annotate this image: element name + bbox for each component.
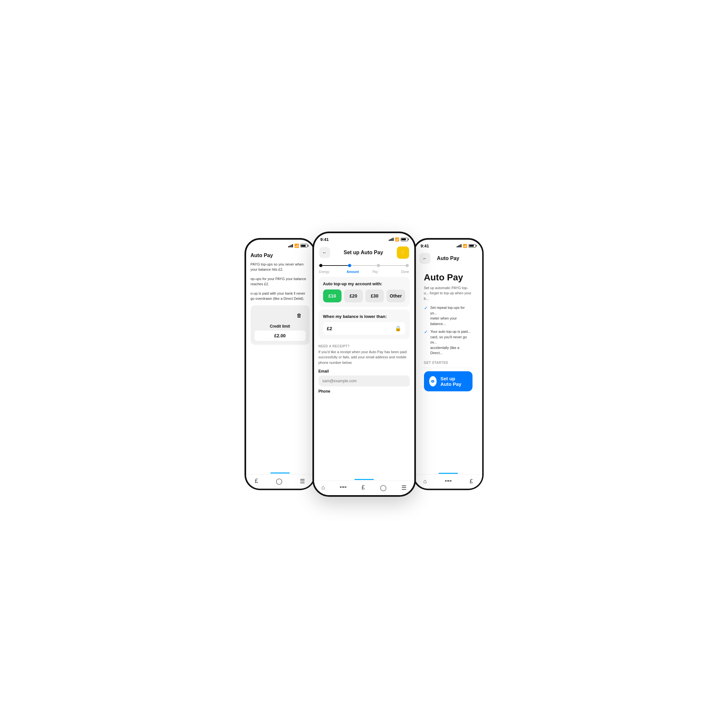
- right-description: Set up automatic PAYG top-u... forget to…: [424, 285, 473, 301]
- divider: [424, 368, 473, 368]
- lightning-icon: ⚡: [399, 249, 407, 256]
- left-desc-2: op-ups for your PAYG your balance reache…: [251, 276, 309, 287]
- checkmark-icon-2: ✓: [424, 329, 428, 334]
- amount-grid: £10 £20 £30 Other: [323, 289, 405, 302]
- nav-item-activity-right[interactable]: [445, 479, 451, 484]
- pay-icon-center: £: [362, 484, 365, 491]
- trash-icon: 🗑: [297, 313, 302, 318]
- pay-icon-right: £: [470, 478, 473, 485]
- center-header-title: Set up Auto Pay: [343, 250, 383, 255]
- left-desc-3: o-up is paid with your bank ll never go …: [251, 291, 309, 301]
- scroll-content: Auto top-up my account with: £10 £20 £30…: [314, 274, 414, 479]
- wifi-icon-center: 📶: [395, 237, 399, 242]
- home-icon-right: ⌂: [423, 478, 427, 485]
- status-bar-center: 9:41 📶: [314, 233, 414, 243]
- right-desc-text: Set up automatic PAYG top-u... forget to…: [424, 286, 471, 300]
- nav-item-pay-center[interactable]: £: [362, 484, 365, 491]
- amount-card: Auto top-up my account with: £10 £20 £30…: [318, 277, 410, 307]
- amount-btn-other-label: Other: [390, 293, 402, 298]
- email-form-group: Email: [314, 368, 414, 388]
- wifi-icon: 📶: [294, 243, 299, 248]
- right-phone: 9:41 📶 ← Auto Pay: [413, 238, 484, 490]
- credit-limit-value: £2.00: [254, 330, 306, 341]
- infinity-icon: [429, 376, 437, 387]
- status-bar-right: 9:41 📶: [414, 240, 482, 250]
- get-started-label: GET STARTED: [424, 361, 473, 364]
- menu-icon-center: ☰: [401, 484, 407, 491]
- status-time-center: 9:41: [321, 237, 329, 242]
- header-bar-center: ← Set up Auto Pay ⚡: [314, 243, 414, 261]
- nav-bar-right: ⌂ £: [414, 474, 482, 489]
- left-desc-1: PAYG top-ups so you never when your bala…: [251, 262, 309, 272]
- phone-form-group: Phone: [314, 388, 414, 397]
- left-content: Auto Pay PAYG top-ups so you never when …: [246, 249, 314, 473]
- signal-icon: [288, 244, 293, 248]
- amount-btn-30[interactable]: £30: [366, 289, 384, 302]
- stepper-container: Energy Amount Pay Done: [314, 261, 414, 274]
- back-arrow-icon-right: ←: [423, 256, 427, 261]
- amount-card-title: Auto top-up my account with:: [323, 281, 405, 286]
- right-header-title: Auto Pay: [437, 255, 459, 261]
- amount-btn-20[interactable]: £20: [344, 289, 363, 302]
- check-item-1: ✓ Set repeat top-ups for yo...meter when…: [424, 305, 473, 326]
- step-label-amount: Amount: [347, 270, 359, 274]
- back-arrow-icon-center: ←: [323, 250, 327, 255]
- wifi-icon-right: 📶: [463, 244, 467, 248]
- battery-icon-center: [401, 238, 408, 241]
- check-text-1: Set repeat top-ups for yo...meter when y…: [430, 305, 473, 326]
- nav-indicator-right: [439, 473, 458, 474]
- status-bar-left: 📶: [246, 240, 314, 249]
- nav-indicator-center: [355, 479, 374, 480]
- nav-item-menu-center[interactable]: ☰: [401, 484, 407, 491]
- signal-icon-right: [457, 244, 462, 248]
- amount-btn-other[interactable]: Other: [387, 289, 405, 302]
- balance-card: When my balance is lower than: £2 🔒: [318, 309, 410, 339]
- nav-item-home-center[interactable]: ⌂: [321, 484, 325, 491]
- delete-button[interactable]: 🗑: [293, 309, 306, 322]
- nav-item-pay-left[interactable]: £: [255, 478, 258, 485]
- nav-item-activity-center[interactable]: [340, 485, 346, 490]
- email-input[interactable]: [318, 375, 410, 387]
- balance-row: £2 🔒: [323, 322, 405, 335]
- status-time-right: 9:41: [421, 243, 429, 248]
- home-icon-center: ⌂: [321, 484, 325, 491]
- nav-item-pay-right[interactable]: £: [470, 478, 473, 485]
- credit-limit-label: Credit limit: [270, 324, 290, 329]
- nav-item-home-right[interactable]: ⌂: [423, 478, 427, 485]
- amount-btn-20-label: £20: [350, 293, 357, 298]
- email-label: Email: [318, 369, 410, 373]
- nav-item-help-center[interactable]: ◯: [380, 484, 387, 491]
- help-icon-left: ◯: [276, 478, 282, 485]
- step-label-energy: Energy: [319, 270, 330, 274]
- nav-item-help-left[interactable]: ◯: [276, 478, 282, 485]
- lightning-button[interactable]: ⚡: [397, 246, 409, 259]
- battery-icon: [300, 244, 307, 248]
- header-bar-right: ← Auto Pay: [414, 250, 482, 266]
- center-phone: 9:41 📶 ← Set up Auto Pay ⚡: [312, 232, 416, 497]
- lock-icon: 🔒: [395, 325, 401, 332]
- receipt-desc: If you'd like a receipt when your Auto P…: [314, 349, 414, 368]
- left-phone: 📶 Auto Pay PAYG top-ups so you never whe…: [245, 238, 316, 490]
- activity-icon-right: [445, 479, 451, 484]
- signal-icon-center: [389, 238, 394, 241]
- right-main-title: Auto Pay: [424, 272, 473, 283]
- balance-card-title: When my balance is lower than:: [323, 314, 405, 319]
- back-button-right[interactable]: ←: [419, 253, 430, 264]
- nav-bar-center: ⌂ £ ◯ ☰: [314, 480, 414, 495]
- receipt-label: NEED A RECEIPT?: [314, 342, 414, 349]
- amount-btn-10[interactable]: £10: [323, 289, 342, 302]
- nav-item-menu-left[interactable]: ☰: [300, 478, 305, 485]
- back-button-center[interactable]: ←: [319, 247, 330, 258]
- check-item-2: ✓ Your auto top-up is paid...card, so yo…: [424, 329, 473, 356]
- credit-card: 🗑 Credit limit £2.00: [251, 305, 309, 345]
- setup-autopay-button[interactable]: Set up Auto Pay: [424, 371, 473, 392]
- amount-btn-30-label: £30: [371, 293, 378, 298]
- setup-autopay-label: Set up Auto Pay: [440, 376, 467, 387]
- help-icon-center: ◯: [380, 484, 387, 491]
- pay-icon-left: £: [255, 478, 258, 485]
- battery-icon-right: [469, 244, 476, 248]
- phone-label: Phone: [318, 389, 410, 394]
- step-label-done: Done: [401, 270, 409, 274]
- nav-bar-left: £ ◯ ☰: [246, 474, 314, 489]
- nav-indicator-left: [271, 473, 290, 474]
